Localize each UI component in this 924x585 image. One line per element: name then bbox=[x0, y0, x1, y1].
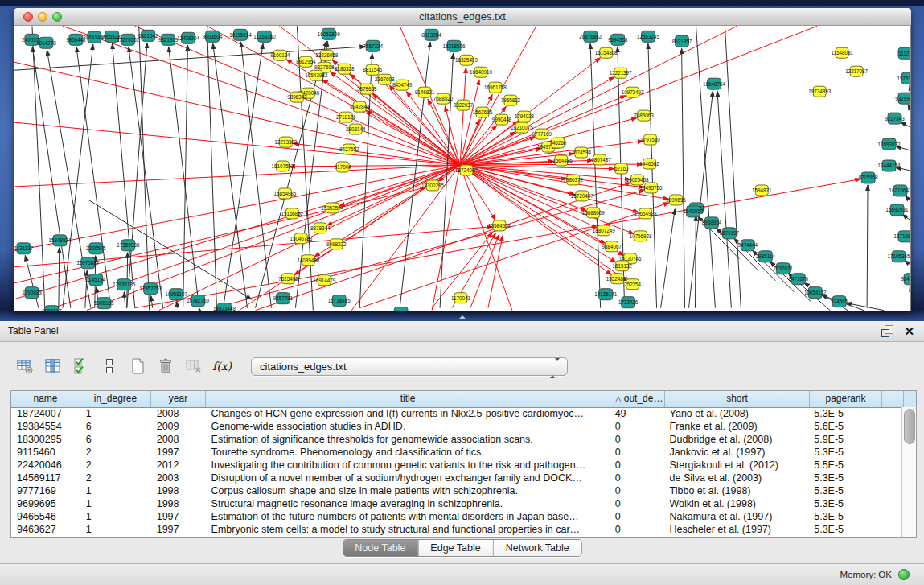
table-cell-pagerank[interactable]: 5.3E-5 bbox=[808, 523, 881, 536]
graph-node[interactable]: 17105365 bbox=[888, 251, 910, 262]
table-cell-out_de…[interactable]: 0 bbox=[610, 484, 664, 497]
column-header-name[interactable]: name bbox=[11, 391, 80, 407]
graph-node[interactable]: 12824128 bbox=[390, 307, 413, 311]
graph-node[interactable]: 15166852 bbox=[281, 208, 303, 219]
graph-node[interactable]: 16325419 bbox=[455, 55, 478, 65]
graph-node[interactable]: 16210643 bbox=[889, 185, 910, 196]
graph-node[interactable]: 8813054 bbox=[421, 29, 441, 40]
graph-node[interactable]: 16154808 bbox=[595, 47, 618, 58]
table-cell-pagerank[interactable]: 5.9E-5 bbox=[808, 433, 881, 446]
tab-node-table[interactable]: Node Table bbox=[343, 540, 418, 556]
graph-node[interactable]: 8322037 bbox=[454, 100, 474, 110]
graph-edge[interactable] bbox=[139, 26, 150, 310]
table-cell-out_de…[interactable]: 0 bbox=[610, 433, 664, 446]
table-cell-short[interactable]: Dudbridge et al. (2008) bbox=[664, 433, 809, 446]
table-cell-year[interactable]: 2008 bbox=[151, 407, 206, 420]
table-row[interactable]: 977716911998Corpus callosum shape and si… bbox=[11, 484, 902, 497]
table-cell-title[interactable]: Disruption of a novel member of a sodium… bbox=[206, 472, 610, 484]
table-row[interactable]: 1830029562008Estimation of significance … bbox=[11, 433, 902, 446]
table-cell-out_de…[interactable]: 49 bbox=[610, 407, 664, 420]
graph-edge[interactable] bbox=[177, 302, 178, 308]
graph-edge[interactable] bbox=[910, 85, 910, 89]
graph-node[interactable]: 9242844 bbox=[350, 101, 370, 112]
graph-node[interactable]: 1014278 bbox=[36, 37, 56, 48]
graph-node[interactable]: 15692931 bbox=[886, 204, 909, 216]
table-cell-in_degree[interactable]: 6 bbox=[80, 433, 151, 446]
graph-node[interactable]: 1170041 bbox=[451, 293, 470, 303]
graph-node[interactable]: 19734893 bbox=[808, 86, 831, 97]
table-cell-name[interactable]: 9463627 bbox=[11, 523, 80, 536]
table-cell-short[interactable]: Stergiakouli et al. (2012) bbox=[664, 459, 809, 472]
graph-node[interactable]: 10654112 bbox=[804, 287, 827, 299]
graph-node[interactable]: 7955812 bbox=[501, 95, 521, 105]
table-row[interactable]: 969969511998Structural magnetic resonanc… bbox=[11, 497, 902, 510]
table-cell-filler[interactable] bbox=[881, 407, 902, 420]
graph-node[interactable]: 9146821 bbox=[415, 87, 435, 97]
table-cell-year[interactable]: 2008 bbox=[151, 433, 206, 446]
graph-edge[interactable] bbox=[696, 26, 715, 307]
table-row[interactable]: 1872400712008Changes of HCN gene express… bbox=[11, 407, 902, 420]
graph-edge[interactable] bbox=[648, 43, 657, 307]
table-cell-out_de…[interactable]: 0 bbox=[610, 446, 664, 459]
table-cell-title[interactable]: Genome-wide association studies in ADHD. bbox=[206, 420, 610, 433]
graph-node[interactable]: 1797510 bbox=[640, 134, 660, 145]
graph-node[interactable]: 1594871 bbox=[752, 185, 772, 196]
table-cell-out_de…[interactable]: 0 bbox=[610, 472, 664, 484]
graph-edge[interactable] bbox=[124, 292, 125, 308]
table-cell-year[interactable]: 1998 bbox=[151, 484, 206, 497]
table-cell-title[interactable]: Structural magnetic resonance image aver… bbox=[206, 497, 610, 510]
graph-node[interactable]: 8811546 bbox=[363, 64, 382, 75]
table-cell-short[interactable]: Nakamura et al. (1997) bbox=[664, 510, 809, 523]
graph-edge[interactable] bbox=[14, 165, 460, 251]
graph-node[interactable]: 8878344 bbox=[310, 223, 331, 233]
graph-node[interactable]: 8186328 bbox=[335, 64, 355, 74]
graph-node[interactable]: 12439304 bbox=[177, 32, 199, 43]
graph-node[interactable]: 15718485 bbox=[328, 295, 351, 307]
graph-node[interactable]: 16053809 bbox=[318, 28, 340, 39]
table-cell-in_degree[interactable]: 2 bbox=[80, 459, 151, 472]
graph-node[interactable]: 12217087 bbox=[845, 66, 868, 76]
table-cell-in_degree[interactable]: 1 bbox=[80, 407, 151, 420]
column-header-short[interactable]: short bbox=[665, 391, 810, 407]
table-cell-in_degree[interactable]: 1 bbox=[80, 497, 151, 510]
table-cell-in_degree[interactable]: 2 bbox=[80, 446, 151, 459]
graph-node[interactable]: 16640910 bbox=[470, 67, 492, 77]
table-cell-short[interactable]: Hescheler et al. (1997) bbox=[664, 523, 809, 536]
table-cell-pagerank[interactable]: 5.6E-5 bbox=[808, 420, 881, 433]
graph-edge[interactable] bbox=[207, 26, 217, 310]
table-cell-out_de…[interactable]: 0 bbox=[610, 420, 664, 433]
graph-node[interactable]: 5905185 bbox=[94, 298, 114, 309]
graph-node[interactable]: 9990448 bbox=[492, 114, 512, 125]
graph-edge[interactable] bbox=[661, 209, 676, 308]
table-cell-filler[interactable] bbox=[881, 497, 902, 510]
graph-node[interactable]: 10975887 bbox=[76, 257, 99, 269]
table-row[interactable]: 1456911722003Disruption of a novel membe… bbox=[11, 472, 902, 484]
graph-node[interactable]: 9245052 bbox=[901, 274, 910, 285]
graph-edge[interactable] bbox=[129, 47, 163, 307]
select-columns-icon[interactable] bbox=[71, 356, 92, 377]
column-header-title[interactable]: title bbox=[206, 391, 610, 407]
graph-edge[interactable] bbox=[901, 122, 910, 127]
graph-node[interactable]: 7557224 bbox=[363, 40, 383, 51]
graph-edge[interactable] bbox=[14, 187, 425, 283]
table-cell-filler[interactable] bbox=[881, 433, 902, 446]
table-cell-pagerank[interactable]: 5.3E-5 bbox=[808, 497, 881, 510]
graph-node[interactable]: 11548081 bbox=[831, 47, 853, 58]
graph-edge[interactable] bbox=[867, 185, 868, 308]
citation-graph[interactable]: 1872400791601248912954132260589327508818… bbox=[14, 26, 910, 311]
table-cell-title[interactable]: Embryonic stem cells: a model to study s… bbox=[206, 523, 610, 536]
graph-node[interactable]: 15218506 bbox=[443, 40, 466, 51]
graph-edge[interactable] bbox=[25, 256, 39, 308]
close-panel-icon[interactable]: ✕ bbox=[904, 323, 914, 340]
table-row[interactable]: 946362711997Embryonic stem cells: a mode… bbox=[11, 523, 902, 536]
table-cell-title[interactable]: Changes of HCN gene expression and I(f) … bbox=[206, 407, 610, 420]
table-cell-title[interactable]: Corpus callosum shape and size in male p… bbox=[206, 484, 610, 497]
graph-node[interactable]: 924565 bbox=[831, 296, 848, 307]
graph-edge[interactable] bbox=[151, 296, 153, 308]
graph-node[interactable]: 7632621 bbox=[774, 263, 794, 274]
graph-node[interactable]: 12213382 bbox=[274, 137, 297, 147]
table-cell-in_degree[interactable]: 1 bbox=[80, 523, 151, 536]
graph-edge[interactable] bbox=[695, 216, 696, 308]
column-header-pagerank[interactable]: pagerank bbox=[810, 391, 882, 407]
table-cell-out_de…[interactable]: 0 bbox=[610, 497, 664, 510]
